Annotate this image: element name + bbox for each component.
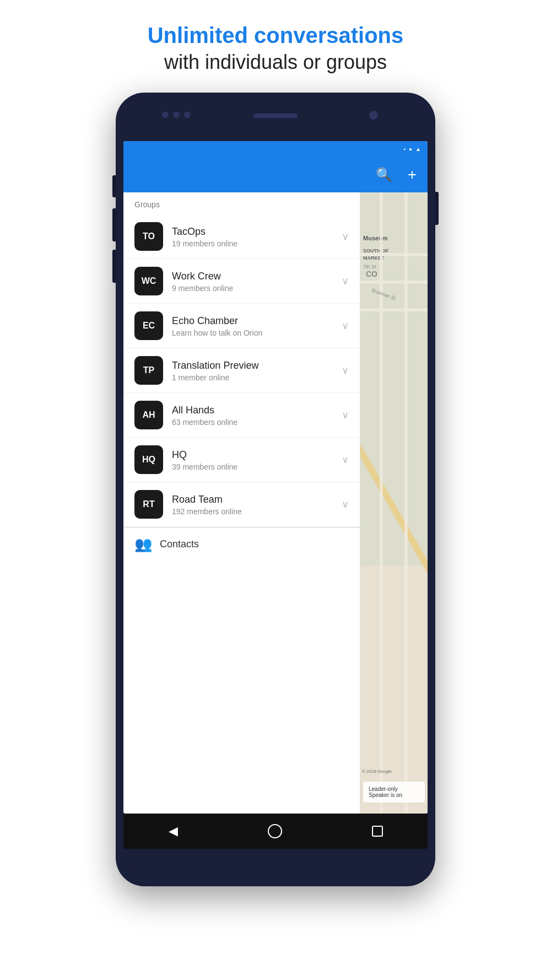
phone-speaker — [253, 114, 298, 118]
group-info-wc: Work Crew 9 members online — [172, 270, 342, 293]
contacts-label: Contacts — [160, 539, 199, 550]
group-info-tp: Translation Preview 1 member online — [172, 359, 342, 382]
front-camera — [369, 111, 378, 120]
group-avatar-ah: AH — [134, 401, 163, 429]
map-info-box: Leader-only Speaker is on — [363, 782, 425, 803]
group-avatar-wc: WC — [134, 267, 163, 295]
map-vstreet-2 — [404, 192, 408, 814]
status-bar: ▪ ● ▲ — [123, 141, 428, 157]
volume-down-button — [112, 208, 116, 241]
group-avatar-tp: TP — [134, 356, 163, 385]
phone-bottom-bezel — [123, 849, 428, 876]
group-subtitle-ah: 63 members online — [172, 418, 342, 427]
group-item-to[interactable]: TO TacOps 19 members online ∨ — [123, 214, 360, 259]
map-co-label: CO — [366, 270, 377, 278]
phone-dots — [162, 111, 191, 118]
group-info-ec: Echo Chamber Learn how to talk on Orion — [172, 315, 342, 337]
map-copyright: © 2019 Google — [362, 769, 392, 774]
page-header: Unlimited conversations with individuals… — [148, 22, 404, 76]
group-item-wc[interactable]: WC Work Crew 9 members online ∨ — [123, 259, 360, 304]
phone-nav-bar: ◀ — [123, 814, 428, 849]
phone-top-bezel — [123, 103, 428, 141]
dot-1 — [162, 111, 169, 118]
contacts-icon: 👥 — [134, 536, 152, 553]
map-museum-label: Museum — [363, 234, 388, 243]
map-hstreet-2 — [360, 281, 428, 284]
group-name-ec: Echo Chamber — [172, 315, 342, 327]
group-name-rt: Road Team — [172, 493, 342, 506]
map-vstreet-1 — [380, 192, 383, 814]
map-info-line1: Leader-only — [369, 786, 419, 792]
group-name-hq: HQ — [172, 449, 342, 461]
group-item-ah[interactable]: AH All Hands 63 members online ∨ — [123, 393, 360, 438]
add-icon[interactable]: + — [408, 166, 417, 184]
group-avatar-ec: EC — [134, 311, 163, 340]
contacts-section[interactable]: 👥 Contacts — [123, 527, 360, 560]
map-view: Museum SOUTH OFMARKET 7th St CO Brannan … — [360, 192, 428, 814]
page-title-black: with individuals or groups — [148, 49, 404, 76]
back-button[interactable]: ◀ — [169, 824, 178, 838]
group-name-wc: Work Crew — [172, 270, 342, 283]
phone-shell: ▪ ● ▲ 🔍 + Groups TO TacOps 19 members on… — [116, 93, 435, 886]
chevron-icon-hq[interactable]: ∨ — [342, 454, 349, 466]
chevron-icon-tp[interactable]: ∨ — [342, 364, 349, 376]
silent-button — [112, 250, 116, 283]
group-subtitle-wc: 9 members online — [172, 284, 342, 293]
app-header: 🔍 + — [123, 157, 428, 192]
page-title-blue: Unlimited conversations — [148, 22, 404, 49]
chevron-icon-wc[interactable]: ∨ — [342, 275, 349, 287]
group-name-ah: All Hands — [172, 404, 342, 417]
group-info-ah: All Hands 63 members online — [172, 404, 342, 427]
map-info-line2: Speaker is on — [369, 792, 419, 798]
groups-section-label: Groups — [123, 192, 360, 214]
chevron-icon-ec[interactable]: ∨ — [342, 320, 349, 332]
groups-panel: Groups TO TacOps 19 members online ∨ WC … — [123, 192, 360, 814]
wifi-icon: ▪ — [404, 146, 406, 152]
group-subtitle-rt: 192 members online — [172, 507, 342, 516]
signal-icon: ● — [409, 146, 412, 152]
map-hstreet-3 — [360, 308, 428, 311]
group-avatar-hq: HQ — [134, 445, 163, 474]
dot-2 — [173, 111, 180, 118]
chevron-icon-rt[interactable]: ∨ — [342, 498, 349, 510]
volume-up-button — [112, 175, 116, 197]
map-hstreet-1 — [360, 253, 428, 256]
group-subtitle-to: 19 members online — [172, 239, 342, 248]
chevron-icon-to[interactable]: ∨ — [342, 230, 349, 243]
map-panel: ⚙ Museum SOUTH OFMARKET 7th St — [360, 192, 428, 814]
search-icon[interactable]: 🔍 — [376, 167, 392, 182]
group-item-ec[interactable]: EC Echo Chamber Learn how to talk on Ori… — [123, 304, 360, 348]
group-subtitle-tp: 1 member online — [172, 373, 342, 382]
group-info-to: TacOps 19 members online — [172, 225, 342, 248]
phone-screen: ▪ ● ▲ 🔍 + Groups TO TacOps 19 members on… — [123, 141, 428, 814]
group-item-hq[interactable]: HQ HQ 39 members online ∨ — [123, 438, 360, 482]
group-name-tp: Translation Preview — [172, 359, 342, 372]
group-info-rt: Road Team 192 members online — [172, 493, 342, 516]
screen-content: Groups TO TacOps 19 members online ∨ WC … — [123, 192, 428, 814]
group-subtitle-ec: Learn how to talk on Orion — [172, 329, 342, 337]
map-street-label: 7th St — [363, 264, 376, 270]
group-item-tp[interactable]: TP Translation Preview 1 member online ∨ — [123, 348, 360, 393]
recents-button[interactable] — [372, 826, 383, 837]
group-item-rt[interactable]: RT Road Team 192 members online ∨ — [123, 482, 360, 527]
group-info-hq: HQ 39 members online — [172, 449, 342, 471]
group-name-to: TacOps — [172, 225, 342, 238]
signal-strength-icon: ▲ — [415, 146, 421, 152]
group-avatar-to: TO — [134, 222, 163, 251]
home-button[interactable] — [268, 824, 282, 838]
groups-list: TO TacOps 19 members online ∨ WC Work Cr… — [123, 214, 360, 527]
group-avatar-rt: RT — [134, 490, 163, 519]
group-subtitle-hq: 39 members online — [172, 462, 342, 471]
chevron-icon-ah[interactable]: ∨ — [342, 409, 349, 421]
power-button — [435, 192, 439, 225]
dot-3 — [184, 111, 191, 118]
